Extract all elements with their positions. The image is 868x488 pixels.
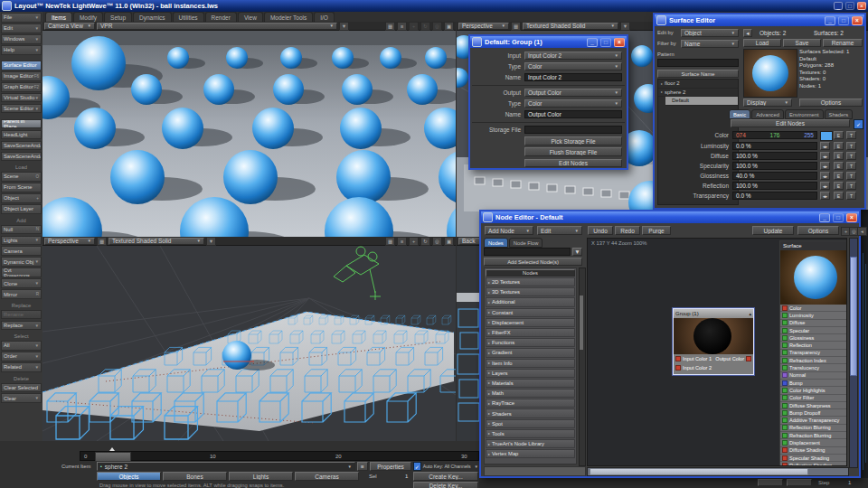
node-canvas[interactable]: X 137 Y 44 Zoom 100% Group (1) ▴ Input C… — [587, 238, 847, 466]
channel-port-icon[interactable] — [782, 372, 788, 378]
render-mode-dropdown[interactable]: Textured Shaded Solid▼ — [523, 23, 618, 30]
channel-port-icon[interactable] — [782, 425, 788, 430]
node-category[interactable]: ▸Spot — [486, 419, 575, 428]
param-spinner[interactable]: ◂▸ — [820, 182, 830, 190]
mode-options-icon[interactable]: ▼ — [620, 22, 630, 31]
surface-channel[interactable]: Translucency — [780, 364, 847, 371]
output-type-dropdown[interactable]: Color▼ — [524, 99, 622, 108]
pan-icon[interactable]: + — [409, 237, 419, 246]
options-button[interactable]: Options — [799, 99, 863, 107]
surface-channel[interactable]: Displacement — [780, 439, 847, 446]
param-value-field[interactable]: 100.0 % — [732, 152, 817, 160]
menu-tab[interactable]: Setup — [104, 12, 132, 22]
grid-icon[interactable]: ▦ — [385, 22, 395, 31]
surface-editor-tab[interactable]: Shaders — [825, 109, 854, 119]
create-key-button[interactable]: Create Key... — [413, 472, 478, 481]
item-list-button[interactable]: ≡ — [357, 462, 368, 471]
surface-list-item[interactable]: ▸Default — [665, 97, 738, 106]
close-button[interactable]: × — [614, 38, 625, 47]
toolbar-button[interactable]: Graph EditorF2 — [1, 82, 42, 92]
menu-tab[interactable]: Dynamics — [133, 12, 172, 22]
toolbar-button[interactable]: Dynamic Obj▼ — [1, 257, 42, 267]
surface-channel[interactable]: Diffuse — [780, 320, 847, 327]
toolbar-button[interactable]: Parent in Place — [1, 119, 42, 129]
toolbar-button[interactable]: HeadLight — [1, 130, 42, 140]
surface-editor-titlebar[interactable]: Surface Editor _ □ × — [655, 14, 864, 26]
toolbar-button[interactable]: Add — [1, 217, 42, 223]
toolbar-button[interactable]: Camera — [1, 246, 42, 256]
node-editor-titlebar[interactable]: Node Editor - Default _ □ × — [481, 211, 859, 223]
toolbar-button[interactable]: Help▼ — [1, 45, 42, 55]
channel-port-icon[interactable] — [782, 320, 788, 325]
node-editor-tab[interactable]: Nodes — [484, 238, 508, 248]
input-port-icon[interactable] — [675, 365, 681, 371]
surface-channel[interactable]: Glossiness — [780, 334, 847, 342]
channel-port-icon[interactable] — [782, 403, 788, 408]
view-type-dropdown[interactable]: Perspective▼ — [44, 238, 95, 245]
toolbar-button[interactable]: All▼ — [1, 341, 42, 351]
toolbar-button[interactable]: Related▼ — [1, 362, 42, 372]
menu-tab[interactable]: I/O — [314, 12, 335, 22]
collapse-panel-icon[interactable]: ◂ — [857, 227, 867, 236]
surface-channel[interactable]: Refraction Index — [780, 357, 847, 364]
add-node-dropdown[interactable]: Add Node▼ — [485, 226, 533, 235]
node-category[interactable]: ▸Vertex Map — [486, 449, 575, 458]
flush-storage-file-button[interactable]: Flush Storage File — [524, 147, 622, 156]
param-value-field[interactable]: 0.0 % — [732, 192, 817, 200]
load-button[interactable]: Load — [743, 39, 781, 47]
add-selected-nodes-button[interactable]: Add Selected Node(s) — [484, 258, 582, 266]
surface-channel[interactable]: Color — [780, 305, 847, 312]
param-envelope-button[interactable]: E — [834, 172, 844, 180]
toolbar-button[interactable]: Replace — [1, 302, 42, 308]
output-port-icon[interactable] — [746, 356, 751, 361]
color-envelope-button[interactable]: E — [834, 131, 844, 139]
node-category[interactable]: ▸Shaders — [486, 408, 575, 418]
toolbar-button[interactable]: Image EditorF6 — [1, 71, 42, 81]
channel-port-icon[interactable] — [782, 395, 788, 400]
pattern-field[interactable] — [657, 59, 739, 67]
toolbar-button[interactable]: Clear Selected — [1, 383, 42, 393]
auto-key-control[interactable]: ✓ Auto Key: All Channels▼ — [413, 462, 478, 471]
toolbar-button[interactable]: Object Layer — [1, 204, 42, 214]
current-item-dropdown[interactable]: •sphere 2▼ — [97, 462, 355, 471]
frame-slider-handle[interactable] — [95, 452, 131, 462]
purge-button[interactable]: Purge — [642, 226, 671, 235]
item-type-button[interactable]: Lights — [229, 472, 293, 481]
zoom-icon[interactable]: ◎ — [432, 22, 442, 31]
zoom-icon[interactable]: ◎ — [432, 237, 442, 246]
param-texture-button[interactable]: T — [846, 172, 856, 180]
input-dropdown[interactable]: Input Color 2▼ — [524, 52, 622, 60]
param-spinner[interactable]: ◂▸ — [820, 172, 830, 180]
param-texture-button[interactable]: T — [846, 182, 856, 190]
channel-port-icon[interactable] — [782, 380, 788, 386]
group-dialog-titlebar[interactable]: Default: Group (1) _ □ × — [470, 36, 627, 48]
display-dropdown[interactable]: Display▼ — [743, 99, 792, 107]
toolbar-button[interactable]: Load — [1, 164, 42, 171]
menu-icon[interactable]: ≡ — [397, 237, 407, 246]
param-spinner[interactable]: ◂▸ — [820, 142, 830, 150]
channel-port-icon[interactable] — [782, 358, 788, 363]
delete-key-button[interactable]: Delete Key... — [413, 482, 478, 488]
surface-channel[interactable]: Color Highlights — [780, 387, 847, 394]
rename-button[interactable]: Rename — [823, 39, 863, 47]
wireframe-viewport-render[interactable] — [42, 246, 456, 441]
node-category[interactable]: ▸Materials — [486, 379, 575, 388]
color-texture-button[interactable]: T — [846, 131, 856, 139]
properties-button[interactable]: Properties — [370, 462, 411, 471]
param-envelope-button[interactable]: E — [834, 192, 844, 200]
surface-channel[interactable]: Bump Dropoff — [780, 409, 847, 417]
channel-port-icon[interactable] — [782, 388, 788, 393]
channel-port-icon[interactable] — [782, 335, 788, 341]
minimize-button[interactable]: _ — [825, 16, 835, 25]
menu-tab[interactable]: Utilities — [173, 12, 204, 22]
toolbar-button[interactable]: Order▼ — [1, 352, 42, 361]
group-node[interactable]: Group (1) ▴ Input Color 1 Output Color I… — [673, 308, 754, 375]
canvas-vscrollbar[interactable] — [849, 238, 858, 468]
minimize-button[interactable]: _ — [587, 38, 598, 47]
maximize-button[interactable]: □ — [845, 2, 854, 10]
output-name-field[interactable]: Output Color — [524, 110, 622, 118]
param-spinner[interactable]: ◂▸ — [820, 192, 830, 200]
param-spinner[interactable]: ◂▸ — [820, 162, 830, 170]
item-type-button[interactable]: Bones — [163, 472, 227, 481]
color-swatch[interactable] — [820, 131, 833, 141]
